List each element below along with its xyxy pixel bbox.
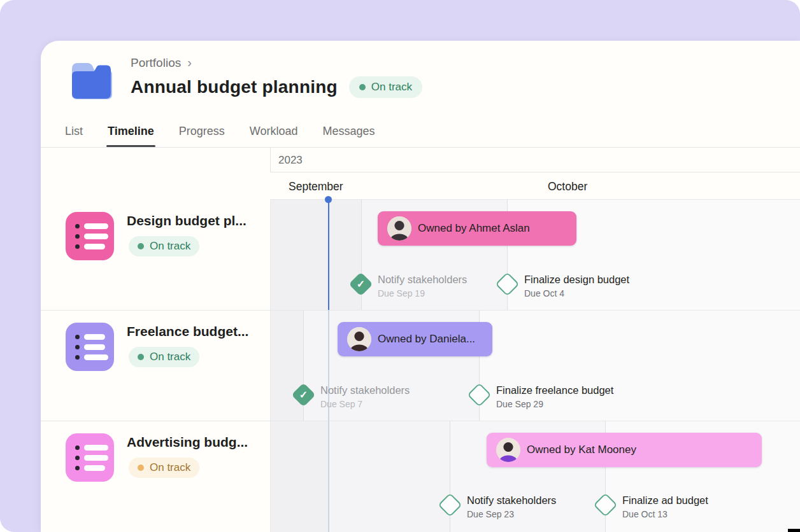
milestone-title: Notify stakeholders [378,274,467,286]
timeline-rows: Design budget pl... On track Owned by Ah… [41,199,800,532]
status-dot-icon [138,465,144,471]
status-dot-icon [359,84,366,90]
milestone-title: Notify stakeholders [320,384,410,396]
status-label: On track [371,81,412,94]
breadcrumb-label[interactable]: Portfolios [131,56,181,69]
tab-messages[interactable]: Messages [322,116,375,147]
tab-bar: List Timeline Progress Workload Messages [65,116,375,147]
project-row-freelance-budget: Freelance budget... On track Owned by Da… [41,310,800,421]
project-bar-advertising-budget[interactable]: Owned by Kat Mooney [487,433,762,467]
month-label-september: September [289,180,343,193]
project-bar-design-budget[interactable]: Owned by Ahmet Aslan [378,211,576,246]
project-title[interactable]: Advertising budg... [127,435,248,450]
owner-avatar [496,438,520,462]
project-status-badge: On track [129,347,199,367]
owner-avatar [347,327,371,351]
portfolio-status-badge: On track [349,76,422,98]
tab-workload[interactable]: Workload [250,116,298,147]
tab-list[interactable]: List [65,116,83,147]
owner-avatar [387,216,411,241]
project-status-badge: On track [129,236,199,256]
milestone-due: Due Sep 7 [320,399,410,409]
milestone-due: Due Sep 19 [378,288,467,298]
title-row: Annual budget planning On track [131,76,422,98]
year-divider [270,172,800,172]
milestone-due: Due Oct 13 [622,509,708,519]
project-list-icon[interactable] [66,433,114,482]
milestone-title: Notify stakeholders [467,494,556,507]
tab-progress[interactable]: Progress [179,116,225,147]
milestone-check-icon: ✓ [348,272,373,296]
status-label: On track [150,461,190,474]
project-title[interactable]: Freelance budget... [127,324,248,339]
project-status-badge: On track [129,458,199,478]
page-title: Annual budget planning [131,77,338,97]
project-row-design-budget: Design budget pl... On track Owned by Ah… [41,199,800,310]
portfolio-folder-icon [66,53,115,103]
milestone-due: Due Sep 29 [496,399,613,409]
month-label-october: October [548,180,587,193]
tabs-divider [41,147,800,148]
project-title[interactable]: Design budget pl... [127,213,246,228]
project-list-icon[interactable] [66,212,114,260]
milestone-title: Finalize freelance budget [496,384,613,396]
tab-timeline[interactable]: Timeline [108,116,154,147]
breadcrumb[interactable]: Portfolios› [131,55,192,70]
milestone-title: Finalize design budget [524,274,629,286]
status-dot-icon [138,354,144,360]
milestone-due: Due Oct 4 [524,288,629,298]
status-label: On track [150,240,190,253]
year-tick [270,148,271,172]
chevron-right-icon: › [187,55,192,69]
milestone-title: Finalize ad budget [622,494,708,507]
project-bar-freelance-budget[interactable]: Owned by Daniela... [338,322,492,356]
screenshot-canvas: Portfolios› Annual budget planning On tr… [0,0,800,532]
milestone-check-icon: ✓ [291,382,315,407]
milestone-due: Due Sep 23 [467,509,556,519]
project-list-icon[interactable] [66,323,114,371]
today-line [328,199,329,310]
year-label: 2023 [278,154,303,167]
project-row-advertising-budget: Advertising budg... On track Owned by Ka… [41,421,800,532]
today-dot-icon [325,196,332,203]
black-corner-bar [788,529,800,532]
portfolio-card: Portfolios› Annual budget planning On tr… [41,41,800,532]
bar-label: Owned by Ahmet Aslan [418,222,530,235]
status-dot-icon [138,243,144,249]
bar-label: Owned by Kat Mooney [527,444,636,456]
today-line-faded [328,310,329,532]
status-label: On track [150,351,190,363]
bar-label: Owned by Daniela... [378,333,475,346]
